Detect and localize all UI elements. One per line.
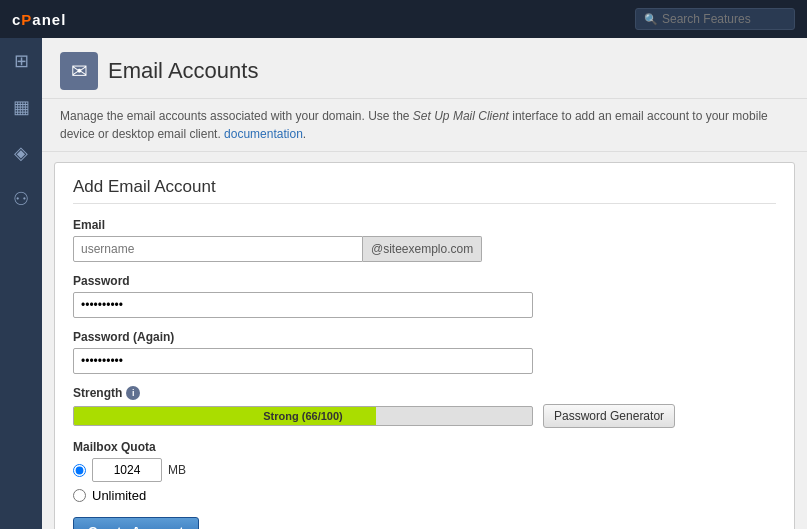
quota-value-row: MB — [73, 458, 776, 482]
cpanel-logo: cPanel — [12, 11, 66, 28]
quota-radio[interactable] — [73, 464, 86, 477]
search-box[interactable]: 🔍 — [635, 8, 795, 30]
logo-text: cPanel — [12, 11, 66, 28]
email-field-group: Email @siteexemplo.com — [73, 218, 776, 262]
password-field-group: Password — [73, 274, 776, 318]
page-header: ✉ Email Accounts — [42, 38, 807, 99]
top-navigation: cPanel 🔍 — [0, 0, 807, 38]
strength-info-icon[interactable]: i — [126, 386, 140, 400]
strength-bar-row: Strong (66/100) Password Generator — [73, 404, 776, 428]
quota-unit: MB — [168, 463, 186, 477]
section-title: Add Email Account — [73, 177, 776, 204]
sidebar-item-users[interactable]: ⚇ — [6, 184, 36, 214]
create-account-button[interactable]: Create Account — [73, 517, 199, 529]
strength-bar-container: Strong (66/100) — [73, 406, 533, 426]
strength-label-text: Strength — [73, 386, 122, 400]
email-domain: @siteexemplo.com — [363, 236, 482, 262]
password-again-label: Password (Again) — [73, 330, 776, 344]
email-label: Email — [73, 218, 776, 232]
search-input[interactable] — [662, 12, 792, 26]
page-header-icon: ✉ — [60, 52, 98, 90]
mailbox-quota-label: Mailbox Quota — [73, 440, 776, 454]
strength-label-row: Strength i — [73, 386, 776, 400]
sidebar-item-chart[interactable]: ▦ — [6, 92, 36, 122]
description-period: . — [303, 127, 306, 141]
description-italic: Set Up Mail Client — [413, 109, 509, 123]
quota-input[interactable] — [92, 458, 162, 482]
unlimited-radio[interactable] — [73, 489, 86, 502]
email-username-input[interactable] — [73, 236, 363, 262]
add-email-form-section: Add Email Account Email @siteexemplo.com… — [54, 162, 795, 529]
email-row: @siteexemplo.com — [73, 236, 776, 262]
page-description: Manage the email accounts associated wit… — [42, 99, 807, 152]
documentation-link[interactable]: documentation — [224, 127, 303, 141]
search-icon: 🔍 — [644, 13, 658, 26]
sidebar-item-palette[interactable]: ◈ — [6, 138, 36, 168]
password-generator-button[interactable]: Password Generator — [543, 404, 675, 428]
page-title: Email Accounts — [108, 58, 258, 84]
strength-group: Strength i Strong (66/100) Password Gene… — [73, 386, 776, 428]
password-label: Password — [73, 274, 776, 288]
password-again-field-group: Password (Again) — [73, 330, 776, 374]
sidebar-item-grid[interactable]: ⊞ — [6, 46, 36, 76]
password-input[interactable] — [73, 292, 533, 318]
email-icon: ✉ — [71, 59, 88, 83]
main-layout: ⊞ ▦ ◈ ⚇ ✉ Email Accounts Manage the emai… — [0, 38, 807, 529]
unlimited-label: Unlimited — [92, 488, 146, 503]
mailbox-quota-group: Mailbox Quota MB Unlimited — [73, 440, 776, 503]
password-again-input[interactable] — [73, 348, 533, 374]
sidebar: ⊞ ▦ ◈ ⚇ — [0, 38, 42, 529]
unlimited-row: Unlimited — [73, 488, 776, 503]
description-text1: Manage the email accounts associated wit… — [60, 109, 413, 123]
strength-bar-text: Strong (66/100) — [74, 407, 532, 425]
content-area: ✉ Email Accounts Manage the email accoun… — [42, 38, 807, 529]
